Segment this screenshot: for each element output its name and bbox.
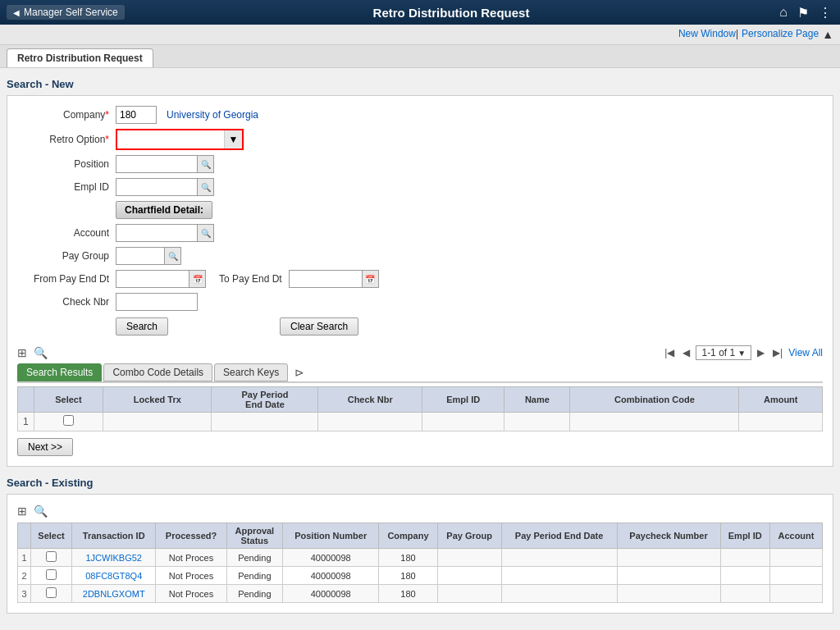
- ex-pay-period-2: [501, 567, 617, 585]
- empl-id-label: Empl ID: [17, 181, 116, 193]
- ex-pay-period-1: [501, 549, 617, 567]
- page-dropdown-icon[interactable]: ▼: [737, 349, 746, 358]
- ex-select-1[interactable]: [31, 549, 72, 567]
- next-page-nav[interactable]: ▶: [755, 346, 767, 359]
- col-check-nbr-header: Check Nbr: [318, 387, 422, 413]
- existing-table: Select Transaction ID Processed? Approva…: [17, 523, 823, 603]
- transaction-link-3[interactable]: 2DBNLGXOMT: [83, 589, 145, 599]
- ex-num-1: 1: [18, 549, 31, 567]
- ex-col-num: [18, 523, 31, 549]
- ex-num-3: 3: [18, 585, 31, 603]
- existing-toolbar: ⊞ 🔍: [17, 504, 823, 518]
- back-button[interactable]: Manager Self Service: [7, 5, 125, 20]
- search-buttons-row: Search Clear Search: [116, 317, 823, 336]
- view-all-link[interactable]: View All: [788, 347, 823, 358]
- ex-select-3[interactable]: [31, 585, 72, 603]
- home-icon[interactable]: ⌂: [778, 3, 789, 21]
- ex-paycheck-3: [617, 585, 720, 603]
- chartfield-detail-button[interactable]: Chartfield Detail:: [116, 201, 212, 219]
- to-date-calendar-icon[interactable]: 📅: [363, 270, 379, 288]
- existing-grid-icon[interactable]: ⊞: [17, 504, 27, 518]
- ex-position-2: 40000098: [283, 567, 379, 585]
- more-icon[interactable]: ⋮: [817, 3, 833, 22]
- pay-group-search-icon[interactable]: 🔍: [165, 247, 181, 265]
- company-input[interactable]: [116, 106, 157, 124]
- empl-id-input[interactable]: [116, 178, 198, 196]
- retro-option-input[interactable]: [117, 130, 224, 148]
- main-tab[interactable]: Retro Distribution Request: [7, 48, 153, 67]
- next-button[interactable]: Next >>: [17, 438, 73, 456]
- ex-col-pay-period: Pay Period End Date: [501, 523, 617, 549]
- ex-checkbox-3[interactable]: [46, 587, 57, 598]
- flag-icon[interactable]: ⚑: [796, 3, 810, 22]
- pay-group-label: Pay Group: [17, 250, 116, 262]
- ex-position-3: 40000098: [283, 585, 379, 603]
- ex-transaction-id-3: 2DBNLGXOMT: [72, 585, 156, 603]
- tab-combo-code-details[interactable]: Combo Code Details: [103, 363, 212, 381]
- prev-page-nav[interactable]: ◀: [680, 346, 692, 359]
- results-search-icon[interactable]: 🔍: [34, 346, 48, 359]
- position-input[interactable]: [116, 155, 198, 173]
- locked-trx-1: [103, 413, 212, 431]
- tab-search-results[interactable]: Search Results: [17, 363, 102, 381]
- from-date-calendar-icon[interactable]: 📅: [189, 270, 206, 288]
- pay-group-input[interactable]: [116, 247, 165, 265]
- date-row: From Pay End Dt 📅 To Pay End Dt 📅: [17, 270, 823, 288]
- clear-search-button[interactable]: Clear Search: [280, 317, 358, 336]
- company-name: University of Georgia: [167, 109, 258, 121]
- company-row: Company University of Georgia: [17, 106, 823, 124]
- ex-col-select: Select: [31, 523, 72, 549]
- ex-transaction-id-1: 1JCWIKBG52: [72, 549, 156, 567]
- select-cell-1[interactable]: [34, 413, 103, 431]
- position-search-icon[interactable]: 🔍: [198, 155, 214, 173]
- page-title: Retro Distribution Request: [125, 6, 778, 20]
- ex-checkbox-1[interactable]: [46, 551, 57, 562]
- ex-account-3: [769, 585, 822, 603]
- account-row: Account 🔍: [17, 224, 823, 242]
- ex-checkbox-2[interactable]: [46, 569, 57, 580]
- ex-processed-1: Not Proces: [156, 549, 226, 567]
- personalize-link[interactable]: Personalize Page: [742, 28, 819, 41]
- expand-icon[interactable]: ▲: [822, 28, 833, 41]
- check-nbr-input[interactable]: [116, 293, 198, 311]
- amount-1: [739, 413, 823, 431]
- tab-expand-icon[interactable]: ⊳: [294, 366, 304, 379]
- existing-search-icon[interactable]: 🔍: [34, 504, 48, 518]
- account-search-icon[interactable]: 🔍: [198, 224, 214, 242]
- search-button[interactable]: Search: [116, 317, 168, 336]
- name-cell-1: [504, 413, 570, 431]
- tab-search-keys[interactable]: Search Keys: [214, 363, 288, 381]
- col-locked-trx-header: Locked Trx: [103, 387, 212, 413]
- col-amount-header: Amount: [739, 387, 823, 413]
- from-date-input[interactable]: [116, 270, 189, 288]
- retro-option-dropdown[interactable]: ▼: [224, 130, 242, 148]
- new-window-link[interactable]: New Window: [678, 28, 736, 41]
- last-page-nav[interactable]: ▶|: [770, 346, 785, 359]
- position-label: Position: [17, 158, 116, 170]
- transaction-link-1[interactable]: 1JCWIKBG52: [85, 553, 141, 563]
- existing-row-1: 1 1JCWIKBG52 Not Proces Pending 40000098…: [18, 549, 823, 567]
- ex-col-company: Company: [379, 523, 437, 549]
- sub-tabs: Search Results Combo Code Details Search…: [17, 363, 823, 383]
- select-checkbox-1[interactable]: [63, 415, 74, 426]
- to-pay-end-dt-label: To Pay End Dt: [219, 273, 282, 285]
- ex-select-2[interactable]: [31, 567, 72, 585]
- page-range: 1-1 of 1: [701, 347, 735, 358]
- empl-id-search-icon[interactable]: 🔍: [198, 178, 214, 196]
- ex-col-pay-group: Pay Group: [437, 523, 501, 549]
- ex-company-1: 180: [379, 549, 437, 567]
- search-new-title: Search - New: [7, 78, 833, 90]
- grid-icon[interactable]: ⊞: [17, 346, 27, 359]
- first-page-nav[interactable]: |◀: [662, 346, 677, 359]
- transaction-link-2[interactable]: 08FC8GT8Q4: [85, 571, 142, 581]
- ex-col-position-number: Position Number: [283, 523, 379, 549]
- to-date-input[interactable]: [289, 270, 363, 288]
- ex-position-1: 40000098: [283, 549, 379, 567]
- pay-period-end-1: [212, 413, 318, 431]
- header-icons: ⌂ ⚑ ⋮: [778, 3, 833, 22]
- ex-approval-1: Pending: [226, 549, 282, 567]
- account-input[interactable]: [116, 224, 198, 242]
- col-select-header: Select: [34, 387, 103, 413]
- search-new-panel: Company University of Georgia Retro Opti…: [7, 95, 833, 467]
- ex-col-approval-status: ApprovalStatus: [226, 523, 282, 549]
